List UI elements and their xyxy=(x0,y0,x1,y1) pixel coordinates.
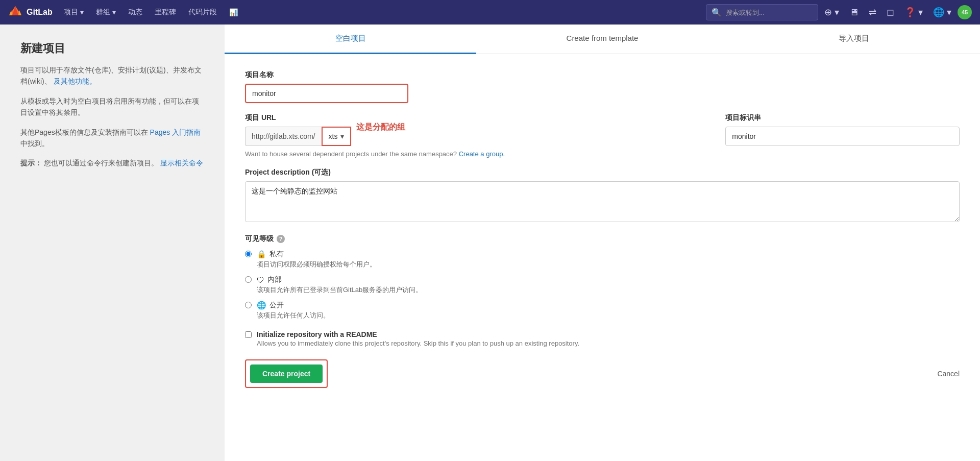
chevron-down-icon: ▾ xyxy=(80,8,84,16)
tabs: 空白项目 Create from template 导入项目 xyxy=(225,25,980,54)
button-group: Create project xyxy=(245,359,328,388)
chevron-down-icon: ▾ xyxy=(340,132,344,140)
private-desc: 项目访问权限必须明确授权给每个用户。 xyxy=(257,260,376,269)
sidebar-desc-2: 从模板或导入时为空白项目将启用所有功能，但可以在项目设置中将其禁用。 xyxy=(20,95,204,118)
description-group: Project description (可选) 这是一个纯静态的监控网站 xyxy=(245,168,960,224)
search-icon: 🔍 xyxy=(712,8,722,17)
init-repo-label: Initialize repository with a README xyxy=(257,330,579,338)
visibility-section: 可见等级 ? 🔒 私有 项目访问权限必须明确授权给每个用户。 xyxy=(245,234,960,320)
lock-icon: 🔒 xyxy=(257,250,266,259)
nav-groups[interactable]: 群组 ▾ xyxy=(91,6,121,19)
visibility-public: 🌐 公开 该项目允许任何人访问。 xyxy=(245,301,960,320)
create-project-button[interactable]: Create project xyxy=(250,365,323,383)
page-title: 新建项目 xyxy=(20,41,204,56)
url-base: http://gitlab.xts.com/ xyxy=(245,127,322,146)
nav-activity[interactable]: 动态 xyxy=(123,6,148,19)
nav-snippets[interactable]: 代码片段 xyxy=(183,6,222,19)
namespace-annotation: 这是分配的组 xyxy=(356,122,405,133)
project-identifier-group: 项目标识串 xyxy=(725,113,960,146)
app-logo[interactable]: GitLab xyxy=(8,5,53,19)
init-repo-checkbox[interactable] xyxy=(245,331,252,338)
init-repo-desc: Allows you to immediately clone this pro… xyxy=(257,339,579,347)
plus-icon[interactable]: ⊕ ▾ xyxy=(820,5,843,20)
tab-import-project[interactable]: 导入项目 xyxy=(728,25,980,54)
nav-projects[interactable]: 项目 ▾ xyxy=(59,6,89,19)
other-features-link[interactable]: 及其他功能。 xyxy=(54,77,96,85)
main-layout: 新建项目 项目可以用于存放文件(仓库)、安排计划(议题)、并发布文档(wiki)… xyxy=(0,25,980,461)
project-url-label: 项目 URL xyxy=(245,113,713,123)
url-identifier-section: 项目 URL http://gitlab.xts.com/ xts ▾ 这是分配… xyxy=(245,113,960,158)
identifier-label: 项目标识串 xyxy=(725,113,960,123)
avatar[interactable]: 45 xyxy=(958,5,972,19)
visibility-title: 可见等级 ? xyxy=(245,234,960,244)
nav-milestones[interactable]: 里程碑 xyxy=(150,6,181,19)
language-icon[interactable]: 🌐 ▾ xyxy=(929,5,955,20)
namespace-dropdown[interactable]: xts ▾ xyxy=(322,127,352,146)
project-name-label: 项目名称 xyxy=(245,70,960,80)
topnav: GitLab 项目 ▾ 群组 ▾ 动态 里程碑 代码片段 📊 🔍 ⊕ ▾ 🖥 ⇌… xyxy=(0,0,980,25)
init-repo-group: Initialize repository with a README Allo… xyxy=(245,330,960,347)
show-commands-link[interactable]: 显示相关命令 xyxy=(160,159,203,167)
project-url-group: 项目 URL http://gitlab.xts.com/ xts ▾ 这是分配… xyxy=(245,113,713,158)
chevron-down-icon: ▾ xyxy=(112,8,116,16)
cancel-link[interactable]: Cancel xyxy=(937,370,960,378)
tab-blank-project[interactable]: 空白项目 xyxy=(225,25,476,54)
nav-chart-icon[interactable]: 📊 xyxy=(224,6,243,18)
shield-icon: 🛡 xyxy=(257,276,264,284)
public-desc: 该项目允许任何人访问。 xyxy=(257,311,330,320)
search-box[interactable]: 🔍 xyxy=(706,4,818,20)
tab-create-from-template[interactable]: Create from template xyxy=(476,25,728,54)
identifier-input[interactable] xyxy=(725,127,960,146)
project-name-group: 项目名称 xyxy=(245,70,960,103)
help-icon[interactable]: ❓ ▾ xyxy=(900,5,927,20)
namespace-value: xts xyxy=(329,132,338,140)
visibility-help-icon[interactable]: ? xyxy=(277,235,285,243)
create-group-link[interactable]: Create a group. xyxy=(459,150,505,158)
sidebar-desc-3: 其他Pages模板的信息及安装指南可以在 Pages 入门指南 中找到。 xyxy=(20,127,204,150)
left-sidebar: 新建项目 项目可以用于存放文件(仓库)、安排计划(议题)、并发布文档(wiki)… xyxy=(0,25,225,461)
sidebar-hint: 提示： 您也可以通过命令行来创建新项目。 显示相关命令 xyxy=(20,157,204,168)
sidebar-desc-1: 项目可以用于存放文件(仓库)、安排计划(议题)、并发布文档(wiki)、 及其他… xyxy=(20,64,204,87)
merge-request-icon[interactable]: ⇌ xyxy=(865,5,880,20)
visibility-internal-radio[interactable] xyxy=(245,276,252,283)
issues-icon[interactable]: ◻ xyxy=(883,5,898,20)
globe-icon: 🌐 xyxy=(257,301,266,310)
internal-desc: 该项目允许所有已登录到当前GitLab服务器的用户访问。 xyxy=(257,285,422,295)
screen-icon[interactable]: 🖥 xyxy=(845,5,863,20)
visibility-public-radio[interactable] xyxy=(245,302,252,308)
new-project-form: 项目名称 项目 URL http://gitlab.xts.com/ xts ▾ xyxy=(225,54,980,404)
url-row: http://gitlab.xts.com/ xts ▾ 这是分配的组 xyxy=(245,127,713,146)
visibility-internal: 🛡 内部 该项目允许所有已登录到当前GitLab服务器的用户访问。 xyxy=(245,275,960,295)
project-name-input[interactable] xyxy=(245,84,408,103)
description-label: Project description (可选) xyxy=(245,168,960,177)
app-name: GitLab xyxy=(27,8,53,17)
description-input[interactable]: 这是一个纯静态的监控网站 xyxy=(245,181,960,222)
visibility-private-radio[interactable] xyxy=(245,251,252,257)
visibility-private: 🔒 私有 项目访问权限必须明确授权给每个用户。 xyxy=(245,250,960,269)
content-area: 空白项目 Create from template 导入项目 项目名称 项目 U… xyxy=(225,25,980,461)
form-footer: Create project Cancel xyxy=(245,359,960,388)
pages-guide-link[interactable]: Pages 入门指南 xyxy=(150,128,201,136)
url-hint: Want to house several dependent projects… xyxy=(245,150,713,158)
search-input[interactable] xyxy=(726,9,813,16)
